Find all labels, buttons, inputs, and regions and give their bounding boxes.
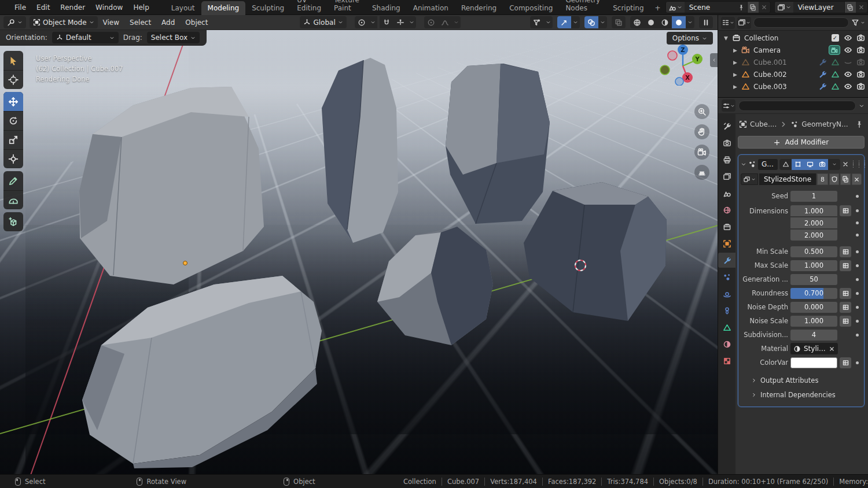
- input-attribute-toggle[interactable]: [840, 246, 851, 257]
- breadcrumb-node-group[interactable]: GeometryN...: [801, 120, 848, 128]
- scene-browse-button[interactable]: [666, 2, 685, 13]
- outliner-search-input[interactable]: [753, 17, 849, 28]
- menu-render[interactable]: Render: [55, 1, 90, 14]
- tab-tool[interactable]: [718, 119, 735, 134]
- properties-editor-type-button[interactable]: [722, 99, 735, 112]
- material-unlink-icon[interactable]: [829, 346, 835, 352]
- chevron-down-icon[interactable]: [859, 103, 865, 109]
- shading-rendered-button[interactable]: [672, 16, 686, 28]
- max-scale-input[interactable]: 1.000: [790, 260, 837, 271]
- object-name[interactable]: Cube.001: [753, 58, 815, 66]
- object-name[interactable]: Cube.002: [753, 71, 815, 79]
- menu-file[interactable]: File: [9, 1, 31, 14]
- stone-object-4[interactable]: [82, 276, 322, 468]
- subdivision-input[interactable]: 4: [790, 330, 837, 341]
- decorator-dot[interactable]: [856, 320, 859, 323]
- unlink-node-group-button[interactable]: [852, 173, 862, 185]
- decorator-dot[interactable]: [856, 221, 859, 224]
- pivot-dropdown[interactable]: [369, 16, 377, 28]
- scene-pin-button[interactable]: [735, 2, 747, 13]
- perspective-toggle-button[interactable]: [694, 165, 709, 180]
- render-toggle[interactable]: [855, 46, 866, 54]
- tool-add-cube[interactable]: [3, 212, 23, 231]
- mode-dropdown[interactable]: Object Mode: [30, 16, 98, 28]
- hide-toggle[interactable]: [843, 82, 853, 91]
- viewlayer-copy-button[interactable]: [844, 2, 856, 13]
- shading-wireframe-button[interactable]: [630, 16, 644, 28]
- falloff-dropdown[interactable]: [452, 16, 461, 28]
- disclosure-triangle-icon[interactable]: ▶: [733, 84, 739, 90]
- scene-name[interactable]: Scene: [685, 3, 735, 12]
- decorator-dot[interactable]: [856, 292, 859, 295]
- tab-view-layer[interactable]: [718, 169, 735, 184]
- section-output-attributes[interactable]: Output Attributes: [741, 373, 862, 387]
- tab-sculpting[interactable]: Sculpting: [245, 1, 290, 15]
- tab-shading[interactable]: Shading: [366, 1, 407, 15]
- decorator-dot[interactable]: [856, 264, 859, 267]
- hide-toggle[interactable]: [843, 34, 853, 42]
- viewlayer-remove-button[interactable]: [856, 2, 867, 13]
- input-attribute-toggle[interactable]: [840, 316, 851, 327]
- section-internal-dependencies[interactable]: Internal Dependencies: [741, 387, 862, 402]
- tab-object[interactable]: [718, 236, 735, 251]
- viewport-3d[interactable]: Orientation: Default Drag: Select Box Op…: [0, 30, 718, 474]
- decorator-dot[interactable]: [856, 250, 859, 253]
- stone-object-1[interactable]: [79, 87, 264, 284]
- geometry-nodes-indicator[interactable]: [830, 82, 840, 91]
- orientation-dropdown[interactable]: Default: [52, 32, 119, 43]
- modifier-indicator[interactable]: [817, 70, 827, 79]
- object-name[interactable]: Camera: [753, 46, 826, 54]
- menu-help[interactable]: Help: [128, 1, 154, 14]
- dimensions-z-input[interactable]: 2.000: [790, 230, 837, 241]
- snap-settings-button[interactable]: [393, 16, 407, 28]
- tab-output[interactable]: [718, 152, 735, 167]
- tab-layout[interactable]: Layout: [165, 1, 201, 15]
- cage-display-toggle[interactable]: [792, 159, 804, 170]
- tab-texture[interactable]: [718, 353, 735, 368]
- scene-copy-button[interactable]: [747, 2, 759, 13]
- input-attribute-toggle[interactable]: [840, 260, 851, 271]
- sidebar-toggle[interactable]: [710, 53, 718, 67]
- geometry-nodes-indicator[interactable]: [830, 70, 840, 79]
- tab-geometry-nodes[interactable]: Geometry Nodes: [559, 0, 606, 15]
- users-count-button[interactable]: 8: [817, 173, 828, 185]
- dimensions-x-input[interactable]: 1.000: [790, 205, 837, 216]
- scene-unlink-button[interactable]: [759, 2, 770, 13]
- generation-input[interactable]: 50: [790, 274, 837, 285]
- tool-transform[interactable]: [3, 149, 23, 168]
- falloff-button[interactable]: [438, 16, 452, 28]
- panel-collapse-icon[interactable]: [741, 161, 746, 167]
- collection-checkbox[interactable]: ✓: [832, 34, 839, 42]
- breadcrumb-object[interactable]: Cube....: [750, 120, 777, 128]
- shading-material-button[interactable]: [658, 16, 672, 28]
- tool-select-box[interactable]: [3, 51, 23, 70]
- pin-icon[interactable]: [855, 120, 863, 128]
- shading-dropdown[interactable]: [686, 16, 694, 28]
- tab-material[interactable]: [718, 337, 735, 352]
- hide-toggle[interactable]: [843, 58, 853, 66]
- menu-object[interactable]: Object: [180, 16, 213, 29]
- min-scale-input[interactable]: 0.500: [790, 246, 837, 257]
- decorator-dot[interactable]: [856, 195, 859, 198]
- gizmos-dropdown[interactable]: [571, 16, 580, 28]
- copy-node-group-button[interactable]: [840, 173, 850, 185]
- tab-rendering[interactable]: Rendering: [455, 1, 503, 15]
- navigation-gizmo[interactable]: Z Y X: [660, 43, 703, 86]
- tool-move[interactable]: [3, 92, 23, 111]
- disclosure-triangle-icon[interactable]: ▶: [733, 60, 739, 65]
- node-group-browse-button[interactable]: [741, 173, 758, 185]
- seed-input[interactable]: 1: [790, 191, 837, 202]
- tab-texture-paint[interactable]: Texture Paint: [328, 0, 366, 15]
- material-selector[interactable]: Styli...: [790, 343, 838, 354]
- outliner-row-collection[interactable]: ▼ Collection ✓: [718, 32, 868, 44]
- stone-object-5[interactable]: [377, 227, 493, 345]
- outliner-row-cube001[interactable]: ▶ Cube.001: [718, 56, 868, 68]
- tab-physics[interactable]: [718, 286, 735, 301]
- properties-search-input[interactable]: [738, 101, 856, 111]
- disclosure-triangle-icon[interactable]: ▶: [733, 47, 739, 53]
- snap-toggle[interactable]: [380, 16, 393, 28]
- pan-button[interactable]: [694, 124, 709, 139]
- tab-object-data[interactable]: [718, 320, 735, 335]
- tool-cursor[interactable]: [3, 70, 23, 89]
- input-attribute-toggle[interactable]: [840, 357, 851, 368]
